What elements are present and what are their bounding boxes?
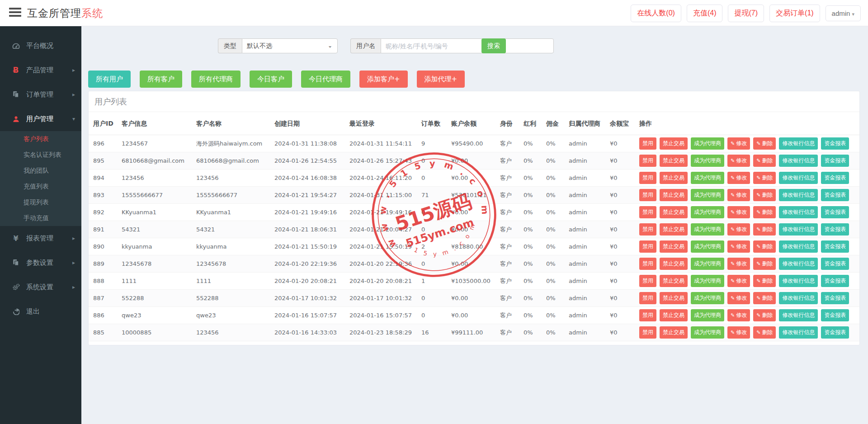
make-agent-button[interactable]: 成为代理商 xyxy=(691,240,724,253)
cell-agent[interactable]: admin xyxy=(566,324,607,341)
funds-report-button[interactable]: 资金报表 xyxy=(821,292,849,304)
sidebar-item-logout[interactable]: 退出 xyxy=(0,299,81,324)
funds-report-button[interactable]: 资金报表 xyxy=(821,137,849,150)
cell-agent[interactable]: admin xyxy=(566,273,607,290)
delete-button[interactable]: ✎删除 xyxy=(753,189,776,201)
sidebar-item-order-management[interactable]: 订单管理▸ xyxy=(0,82,81,107)
forbid-trade-button[interactable]: 禁止交易 xyxy=(660,240,688,253)
sidebar-item-report-management[interactable]: ¥报表管理▸ xyxy=(0,226,81,250)
sidebar-subitem-manual-recharge[interactable]: 手动充值 xyxy=(0,210,81,226)
edit-bank-button[interactable]: 修改银行信息 xyxy=(779,172,818,184)
make-agent-button[interactable]: 成为代理商 xyxy=(691,206,724,218)
all-users-button[interactable]: 所有用户 xyxy=(88,71,131,88)
disable-button[interactable]: 禁用 xyxy=(639,206,656,218)
cell-agent[interactable]: admin xyxy=(566,170,607,187)
edit-bank-button[interactable]: 修改银行信息 xyxy=(779,155,818,167)
cell-agent[interactable]: admin xyxy=(566,204,607,221)
disable-button[interactable]: 禁用 xyxy=(639,172,656,184)
funds-report-button[interactable]: 资金报表 xyxy=(821,189,849,201)
disable-button[interactable]: 禁用 xyxy=(639,326,656,339)
edit-bank-button[interactable]: 修改银行信息 xyxy=(779,309,818,321)
edit-button[interactable]: ✎修改 xyxy=(727,309,750,321)
funds-report-button[interactable]: 资金报表 xyxy=(821,155,849,167)
disable-button[interactable]: 禁用 xyxy=(639,137,656,150)
edit-button[interactable]: ✎修改 xyxy=(727,275,750,287)
funds-report-button[interactable]: 资金报表 xyxy=(821,326,849,339)
edit-button[interactable]: ✎修改 xyxy=(727,172,750,184)
sidebar-subitem-customer-list[interactable]: 客户列表 xyxy=(0,131,81,147)
today-agents-button[interactable]: 今日代理商 xyxy=(301,71,350,88)
disable-button[interactable]: 禁用 xyxy=(639,309,656,321)
disable-button[interactable]: 禁用 xyxy=(639,223,656,236)
edit-button[interactable]: ✎修改 xyxy=(727,189,750,201)
sidebar-item-user-management[interactable]: 用户管理▾ xyxy=(0,107,81,131)
cell-agent[interactable]: admin xyxy=(566,221,607,238)
cell-agent[interactable]: admin xyxy=(566,152,607,170)
edit-bank-button[interactable]: 修改银行信息 xyxy=(779,206,818,218)
edit-button[interactable]: ✎修改 xyxy=(727,155,750,167)
edit-bank-button[interactable]: 修改银行信息 xyxy=(779,275,818,287)
disable-button[interactable]: 禁用 xyxy=(639,240,656,253)
edit-button[interactable]: ✎修改 xyxy=(727,326,750,339)
delete-button[interactable]: ✎删除 xyxy=(753,137,776,150)
funds-report-button[interactable]: 资金报表 xyxy=(821,206,849,218)
disable-button[interactable]: 禁用 xyxy=(639,189,656,201)
cell-agent[interactable]: admin xyxy=(566,238,607,255)
search-button[interactable]: 搜索 xyxy=(481,38,506,53)
sidebar-item-platform-overview[interactable]: 平台概况 xyxy=(0,33,81,58)
make-agent-button[interactable]: 成为代理商 xyxy=(691,137,724,150)
sidebar-item-product-management[interactable]: Ƀ产品管理▸ xyxy=(0,58,81,82)
funds-report-button[interactable]: 资金报表 xyxy=(821,172,849,184)
forbid-trade-button[interactable]: 禁止交易 xyxy=(660,292,688,304)
all-customers-button[interactable]: 所有客户 xyxy=(140,71,182,88)
edit-button[interactable]: ✎修改 xyxy=(727,137,750,150)
hamburger-menu-icon[interactable] xyxy=(9,8,21,18)
edit-bank-button[interactable]: 修改银行信息 xyxy=(779,240,818,253)
delete-button[interactable]: ✎删除 xyxy=(753,275,776,287)
delete-button[interactable]: ✎删除 xyxy=(753,326,776,339)
forbid-trade-button[interactable]: 禁止交易 xyxy=(660,137,688,150)
cell-agent[interactable]: admin xyxy=(566,135,607,152)
sidebar-item-system-settings[interactable]: 系统设置▸ xyxy=(0,275,81,299)
make-agent-button[interactable]: 成为代理商 xyxy=(691,223,724,236)
make-agent-button[interactable]: 成为代理商 xyxy=(691,172,724,184)
make-agent-button[interactable]: 成为代理商 xyxy=(691,326,724,339)
funds-report-button[interactable]: 资金报表 xyxy=(821,258,849,270)
edit-bank-button[interactable]: 修改银行信息 xyxy=(779,326,818,339)
edit-bank-button[interactable]: 修改银行信息 xyxy=(779,258,818,270)
recharge-count-button[interactable]: 充值(4) xyxy=(687,5,723,22)
make-agent-button[interactable]: 成为代理商 xyxy=(691,155,724,167)
make-agent-button[interactable]: 成为代理商 xyxy=(691,258,724,270)
edit-button[interactable]: ✎修改 xyxy=(727,206,750,218)
withdraw-count-button[interactable]: 提现(7) xyxy=(728,5,764,22)
cell-agent[interactable]: admin xyxy=(566,187,607,204)
delete-button[interactable]: ✎删除 xyxy=(753,258,776,270)
delete-button[interactable]: ✎删除 xyxy=(753,240,776,253)
delete-button[interactable]: ✎删除 xyxy=(753,309,776,321)
funds-report-button[interactable]: 资金报表 xyxy=(821,240,849,253)
edit-bank-button[interactable]: 修改银行信息 xyxy=(779,137,818,150)
sidebar-subitem-recharge-list[interactable]: 充值列表 xyxy=(0,179,81,194)
make-agent-button[interactable]: 成为代理商 xyxy=(691,189,724,201)
add-customer-button[interactable]: 添加客户+ xyxy=(359,71,408,88)
make-agent-button[interactable]: 成为代理商 xyxy=(691,292,724,304)
make-agent-button[interactable]: 成为代理商 xyxy=(691,275,724,287)
forbid-trade-button[interactable]: 禁止交易 xyxy=(660,155,688,167)
delete-button[interactable]: ✎删除 xyxy=(753,223,776,236)
disable-button[interactable]: 禁用 xyxy=(639,275,656,287)
forbid-trade-button[interactable]: 禁止交易 xyxy=(660,206,688,218)
sidebar-item-parameter-settings[interactable]: 参数设置▸ xyxy=(0,250,81,275)
forbid-trade-button[interactable]: 禁止交易 xyxy=(660,258,688,270)
edit-bank-button[interactable]: 修改银行信息 xyxy=(779,292,818,304)
funds-report-button[interactable]: 资金报表 xyxy=(821,309,849,321)
username-search-input[interactable] xyxy=(381,38,554,53)
delete-button[interactable]: ✎删除 xyxy=(753,292,776,304)
disable-button[interactable]: 禁用 xyxy=(639,258,656,270)
delete-button[interactable]: ✎删除 xyxy=(753,172,776,184)
funds-report-button[interactable]: 资金报表 xyxy=(821,223,849,236)
edit-button[interactable]: ✎修改 xyxy=(727,292,750,304)
forbid-trade-button[interactable]: 禁止交易 xyxy=(660,309,688,321)
funds-report-button[interactable]: 资金报表 xyxy=(821,275,849,287)
sidebar-subitem-my-team[interactable]: 我的团队 xyxy=(0,163,81,179)
cell-agent[interactable]: admin xyxy=(566,290,607,307)
